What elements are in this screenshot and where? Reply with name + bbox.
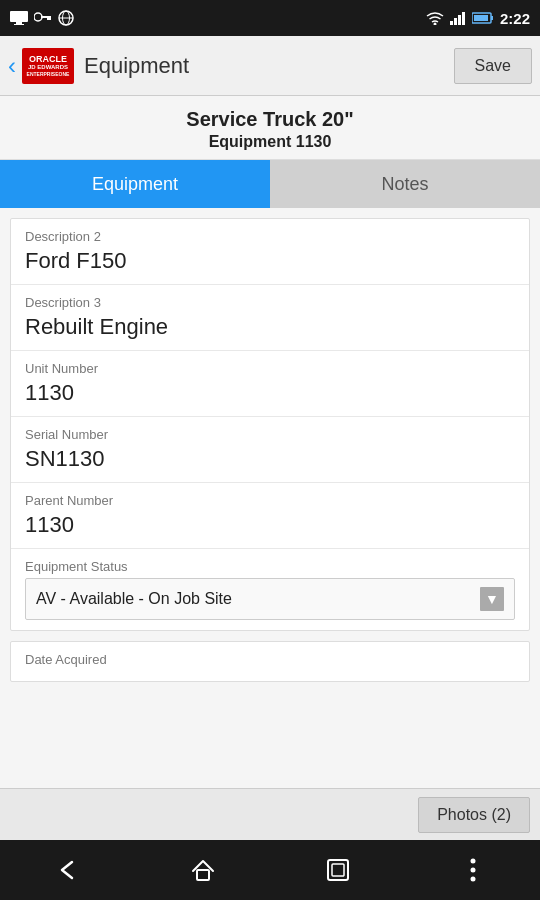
page-title: Service Truck 20" [0, 108, 540, 131]
bottom-bar: Photos (2) [0, 788, 540, 840]
tab-equipment[interactable]: Equipment [0, 160, 270, 208]
value-serial-number: SN1130 [25, 446, 515, 472]
svg-rect-2 [14, 24, 24, 25]
svg-rect-0 [10, 11, 28, 22]
page-subtitle: Equipment 1130 [0, 133, 540, 151]
svg-rect-16 [474, 15, 488, 21]
label-equipment-status: Equipment Status [25, 559, 515, 574]
equipment-status-value: AV - Available - On Job Site [36, 590, 232, 608]
svg-point-3 [34, 13, 42, 21]
field-parent-number: Parent Number 1130 [11, 483, 529, 549]
value-unit-number: 1130 [25, 380, 515, 406]
svg-point-10 [433, 23, 436, 26]
key-icon [34, 12, 52, 24]
svg-rect-17 [491, 16, 493, 20]
screen-icon [10, 11, 28, 25]
wifi-icon [426, 11, 444, 25]
label-serial-number: Serial Number [25, 427, 515, 442]
svg-rect-13 [458, 15, 461, 25]
nav-recent-button[interactable] [313, 845, 363, 895]
globe-icon [58, 10, 74, 26]
value-parent-number: 1130 [25, 512, 515, 538]
svg-point-23 [470, 877, 475, 882]
nav-bar [0, 840, 540, 900]
app-bar: ‹ ORACLE JD EDWARDS ENTERPRISEONE Equipm… [0, 36, 540, 96]
content-area: Description 2 Ford F150 Description 3 Re… [0, 208, 540, 788]
label-description2: Description 2 [25, 229, 515, 244]
svg-rect-20 [332, 864, 344, 876]
field-equipment-status: Equipment Status AV - Available - On Job… [11, 549, 529, 630]
tab-bar: Equipment Notes [0, 160, 540, 208]
svg-point-21 [470, 859, 475, 864]
status-bar: 2:22 [0, 0, 540, 36]
form-card: Description 2 Ford F150 Description 3 Re… [10, 218, 530, 631]
app-bar-title: Equipment [84, 53, 454, 79]
dropdown-arrow-icon: ▼ [480, 587, 504, 611]
svg-rect-14 [462, 12, 465, 25]
page-header: Service Truck 20" Equipment 1130 [0, 96, 540, 160]
svg-rect-1 [16, 22, 22, 24]
svg-rect-5 [47, 18, 49, 20]
photos-button[interactable]: Photos (2) [418, 797, 530, 833]
svg-rect-4 [41, 16, 51, 18]
battery-icon [472, 12, 494, 24]
value-description2: Ford F150 [25, 248, 515, 274]
svg-rect-19 [328, 860, 348, 880]
field-description3: Description 3 Rebuilt Engine [11, 285, 529, 351]
field-date-acquired: Date Acquired [10, 641, 530, 682]
field-description2: Description 2 Ford F150 [11, 219, 529, 285]
svg-rect-6 [49, 18, 51, 20]
label-unit-number: Unit Number [25, 361, 515, 376]
save-button[interactable]: Save [454, 48, 532, 84]
back-button[interactable]: ‹ [8, 52, 16, 80]
svg-rect-11 [450, 21, 453, 25]
status-bar-left [10, 10, 74, 26]
value-description3: Rebuilt Engine [25, 314, 515, 340]
label-parent-number: Parent Number [25, 493, 515, 508]
svg-point-22 [470, 868, 475, 873]
equipment-status-dropdown[interactable]: AV - Available - On Job Site ▼ [25, 578, 515, 620]
status-bar-right: 2:22 [426, 10, 530, 27]
svg-rect-18 [197, 870, 209, 880]
nav-more-button[interactable] [448, 845, 498, 895]
tab-notes[interactable]: Notes [270, 160, 540, 208]
nav-back-button[interactable] [43, 845, 93, 895]
oracle-logo: ORACLE JD EDWARDS ENTERPRISEONE [22, 48, 74, 84]
signal-icon [450, 11, 466, 25]
label-description3: Description 3 [25, 295, 515, 310]
field-serial-number: Serial Number SN1130 [11, 417, 529, 483]
time-display: 2:22 [500, 10, 530, 27]
label-date-acquired: Date Acquired [25, 652, 515, 667]
svg-rect-12 [454, 18, 457, 25]
nav-home-button[interactable] [178, 845, 228, 895]
field-unit-number: Unit Number 1130 [11, 351, 529, 417]
